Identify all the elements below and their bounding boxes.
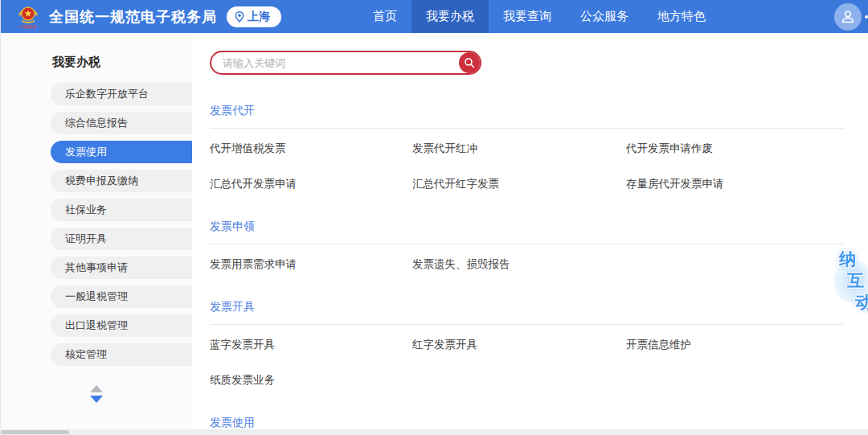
service-link[interactable]: 纸质发票业务 (210, 360, 412, 396)
sections: 发票代开代开增值税发票发票代开红冲代开发票申请作废汇总代开发票申请汇总代开红字发… (210, 104, 844, 435)
user-avatar[interactable] (834, 3, 862, 31)
search-input[interactable] (210, 51, 481, 75)
sidebar-title: 我要办税 (52, 55, 192, 70)
service-link[interactable]: 红字发票开具 (412, 325, 626, 360)
section-items: 发票用票需求申请发票遗失、损毁报告 (210, 244, 844, 280)
nav-item[interactable]: 我要办税 (411, 0, 489, 33)
section-title: 发票代开 (210, 104, 844, 118)
location-pin-icon (235, 11, 244, 23)
location-label: 上海 (248, 10, 270, 24)
sidebar-item[interactable]: 其他事项申请 (51, 256, 192, 279)
sidebar: 我要办税 乐企数字开放平台综合信息报告发票使用税费申报及缴纳社保业务证明开具其他… (1, 33, 192, 435)
sidebar-item[interactable]: 税费申报及缴纳 (51, 170, 192, 192)
sidebar-item[interactable]: 核定管理 (51, 343, 192, 366)
service-link[interactable]: 存量房代开发票申请 (626, 164, 844, 199)
sidebar-item[interactable]: 发票使用 (51, 141, 192, 163)
section-title: 发票开具 (210, 300, 844, 314)
top-header: 中国税务 全国统一规范电子税务局 上海 首页我要办税我要查询公众服务地方特色 (1, 0, 868, 33)
page: 中国税务 全国统一规范电子税务局 上海 首页我要办税我要查询公众服务地方特色 我… (0, 0, 868, 435)
service-section: 发票代开代开增值税发票发票代开红冲代开发票申请作废汇总代开发票申请汇总代开红字发… (210, 104, 844, 199)
scroll-up-arrow-icon[interactable] (90, 385, 103, 392)
national-emblem-icon (18, 5, 39, 24)
sidebar-item[interactable]: 社保业务 (51, 199, 192, 221)
section-items: 蓝字发票开具红字发票开具开票信息维护纸质发票业务 (210, 325, 844, 396)
sidebar-item[interactable]: 一般退税管理 (51, 285, 192, 308)
service-link[interactable]: 汇总代开发票申请 (210, 164, 412, 199)
service-link[interactable]: 发票代开红冲 (412, 129, 626, 164)
horizontal-scrollbar-thumb[interactable] (1, 430, 69, 434)
site-title: 全国统一规范电子税务局 (49, 7, 217, 27)
scroll-down-arrow-icon[interactable] (90, 396, 103, 403)
service-link[interactable]: 开票信息维护 (626, 325, 844, 360)
horizontal-scrollbar[interactable] (1, 429, 868, 435)
user-icon (840, 9, 856, 25)
service-link[interactable]: 代开增值税发票 (210, 129, 412, 164)
section-title: 发票使用 (210, 416, 844, 430)
service-section: 发票申领发票用票需求申请发票遗失、损毁报告 (210, 220, 844, 280)
tax-bureau-logo: 中国税务 (14, 5, 43, 29)
nav-item[interactable]: 地方特色 (643, 0, 720, 33)
section-items: 代开增值税发票发票代开红冲代开发票申请作废汇总代开发票申请汇总代开红字发票存量房… (210, 129, 844, 199)
service-link[interactable]: 汇总代开红字发票 (412, 164, 626, 199)
service-link[interactable]: 蓝字发票开具 (210, 325, 412, 360)
service-link[interactable]: 代开发票申请作废 (626, 129, 844, 164)
sidebar-item[interactable]: 出口退税管理 (51, 314, 192, 337)
section-title: 发票申领 (210, 220, 844, 234)
main-nav: 首页我要办税我要查询公众服务地方特色 (358, 0, 720, 33)
sidebar-item[interactable]: 综合信息报告 (51, 112, 192, 134)
nav-item[interactable]: 公众服务 (566, 0, 643, 33)
sidebar-item[interactable]: 乐企数字开放平台 (51, 83, 192, 105)
body-row: 我要办税 乐企数字开放平台综合信息报告发票使用税费申报及缴纳社保业务证明开具其他… (1, 33, 868, 435)
nav-item[interactable]: 首页 (358, 0, 411, 33)
sidebar-menu: 乐企数字开放平台综合信息报告发票使用税费申报及缴纳社保业务证明开具其他事项申请一… (1, 83, 192, 366)
logo-caption: 中国税务 (19, 24, 37, 28)
search-button[interactable] (459, 52, 480, 73)
search-icon (464, 57, 475, 68)
service-link[interactable]: 发票用票需求申请 (210, 244, 412, 280)
service-link[interactable]: 发票遗失、损毁报告 (412, 244, 626, 280)
sidebar-item[interactable]: 证明开具 (51, 228, 192, 250)
sidebar-scroll-arrows (1, 385, 192, 403)
service-section: 发票开具蓝字发票开具红字发票开具开票信息维护纸质发票业务 (210, 300, 844, 396)
location-pill[interactable]: 上海 (227, 6, 281, 27)
search-bar (210, 51, 481, 75)
nav-item[interactable]: 我要查询 (489, 0, 566, 33)
main-content: 发票代开代开增值税发票发票代开红冲代开发票申请作废汇总代开发票申请汇总代开红字发… (192, 33, 868, 435)
header-cut-dot (865, 15, 868, 18)
